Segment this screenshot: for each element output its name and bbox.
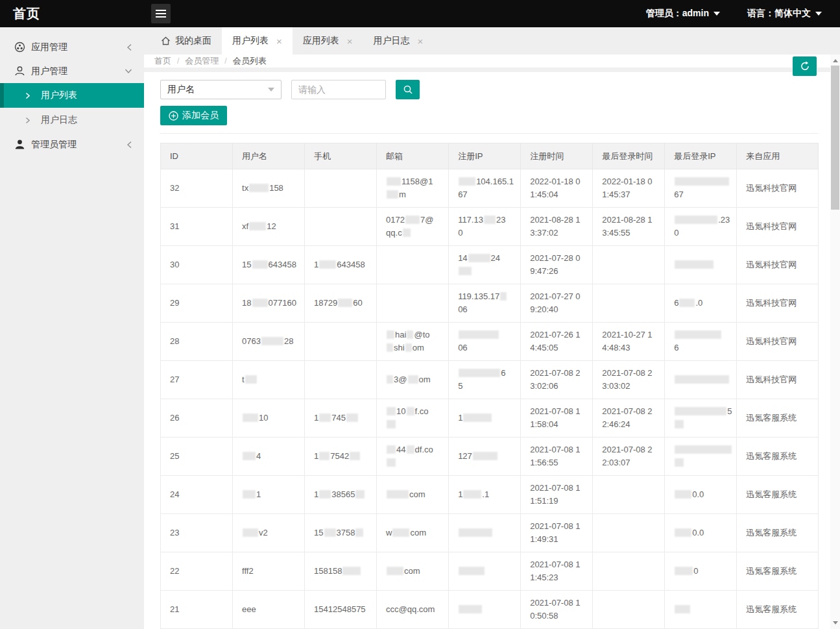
close-icon[interactable]: × bbox=[276, 36, 282, 46]
sidebar-item-admin-management[interactable]: 管理员管理 bbox=[0, 132, 144, 156]
table-row: 3015643458164345814242021-07-28 09:47:26… bbox=[161, 246, 819, 284]
cell: 2022-01-18 01:45:04 bbox=[521, 169, 593, 208]
table-row: 28076328hai@toshiom062021-07-26 14:45:05… bbox=[161, 323, 819, 361]
redacted-text bbox=[355, 490, 365, 499]
table-row: 2610174510f.co12021-07-08 11:58:042021-0… bbox=[161, 399, 819, 438]
cell: 44df.co bbox=[377, 438, 449, 476]
sidebar-item-user-log[interactable]: 用户日志 bbox=[0, 108, 144, 132]
tab-my-desktop[interactable]: 我的桌面 bbox=[150, 27, 222, 55]
cell: 迅氪客服系统 bbox=[737, 399, 819, 438]
redacted-text bbox=[403, 228, 411, 237]
triangle-up-icon bbox=[833, 59, 838, 62]
redacted-text bbox=[459, 267, 472, 275]
cell: 2021-08-28 13:37:02 bbox=[521, 208, 593, 246]
tab-user-list[interactable]: 用户列表 × bbox=[222, 27, 293, 55]
cell: xf12 bbox=[233, 208, 305, 246]
cell bbox=[593, 591, 665, 629]
redacted-text bbox=[249, 184, 269, 192]
cell: 迅氪客服系统 bbox=[737, 591, 819, 629]
breadcrumb-member-management[interactable]: 会员管理 bbox=[185, 55, 219, 67]
vertical-scrollbar[interactable] bbox=[830, 55, 840, 629]
redacted-text bbox=[338, 299, 352, 307]
sidebar-item-label: 用户管理 bbox=[31, 66, 67, 77]
cell: 076328 bbox=[233, 323, 305, 361]
tab-label: 应用列表 bbox=[303, 35, 339, 47]
redacted-text bbox=[459, 605, 482, 613]
search-input[interactable] bbox=[291, 80, 386, 99]
sidebar-item-app-management[interactable]: 应用管理 bbox=[0, 35, 144, 59]
redacted-text bbox=[405, 216, 420, 224]
sidebar-item-user-management[interactable]: 用户管理 bbox=[0, 59, 144, 83]
search-button[interactable] bbox=[396, 80, 420, 99]
language-dropdown[interactable]: 语言：简体中文 bbox=[747, 8, 822, 19]
arrow-right-icon bbox=[25, 92, 30, 99]
redacted-text bbox=[387, 330, 394, 339]
section-divider bbox=[144, 68, 830, 72]
cell: 21 bbox=[161, 591, 233, 629]
sidebar-item-label: 用户日志 bbox=[41, 114, 77, 126]
cell: 0 bbox=[665, 552, 737, 591]
column-header: 邮箱 bbox=[377, 143, 449, 169]
search-field-select[interactable]: 用户名 bbox=[160, 80, 282, 99]
home-icon bbox=[161, 36, 171, 45]
tab-label: 我的桌面 bbox=[175, 35, 211, 47]
table-row: 21eee15412548575ccc@qq.com2021-07-08 10:… bbox=[161, 591, 819, 629]
redacted-text bbox=[387, 343, 393, 352]
admin-dropdown[interactable]: 管理员：admin bbox=[646, 8, 720, 19]
cell: 2021-07-08 11:58:04 bbox=[521, 399, 593, 438]
cell: 迅氪科技官网 bbox=[737, 246, 819, 284]
scrollbar-thumb[interactable] bbox=[831, 66, 839, 210]
cell: 117.13230 bbox=[449, 208, 521, 246]
caret-down-icon bbox=[268, 88, 274, 92]
redacted-text bbox=[473, 452, 498, 460]
cell bbox=[449, 591, 521, 629]
cell: 27 bbox=[161, 361, 233, 399]
cell: 104.165.167 bbox=[449, 169, 521, 208]
redacted-text bbox=[459, 330, 499, 339]
table-row: 241138565com1.12021-07-08 11:51:190.0迅氪客… bbox=[161, 476, 819, 514]
redacted-text bbox=[675, 528, 691, 537]
add-member-button[interactable]: 添加会员 bbox=[160, 106, 227, 125]
redacted-text bbox=[459, 369, 500, 377]
cell: 1 bbox=[233, 476, 305, 514]
redacted-text bbox=[675, 458, 684, 467]
column-header: ID bbox=[161, 143, 233, 169]
redacted-text bbox=[387, 567, 403, 575]
cell: 迅氪客服系统 bbox=[737, 476, 819, 514]
chevron-left-icon bbox=[126, 43, 132, 51]
redacted-text bbox=[500, 292, 507, 301]
cell bbox=[305, 169, 377, 208]
tab-user-log[interactable]: 用户日志 × bbox=[363, 27, 434, 55]
cell: 1643458 bbox=[305, 246, 377, 284]
cell bbox=[593, 284, 665, 323]
redacted-text bbox=[387, 407, 396, 415]
redacted-text bbox=[243, 490, 256, 499]
cell: 5 bbox=[665, 399, 737, 438]
cell: 2021-07-27 09:20:40 bbox=[521, 284, 593, 323]
cell: ccc@qq.com bbox=[377, 591, 449, 629]
cell: 0.0 bbox=[665, 476, 737, 514]
cell: 0.0 bbox=[665, 514, 737, 552]
cell: eee bbox=[233, 591, 305, 629]
refresh-button[interactable] bbox=[793, 56, 817, 76]
menu-toggle-button[interactable] bbox=[151, 4, 171, 23]
cell bbox=[377, 284, 449, 323]
tab-app-list[interactable]: 应用列表 × bbox=[293, 27, 363, 55]
close-icon[interactable]: × bbox=[347, 36, 353, 46]
chevron-down-icon bbox=[125, 68, 132, 74]
scroll-down-arrow[interactable] bbox=[830, 618, 840, 628]
redacted-text bbox=[355, 528, 363, 537]
redacted-text bbox=[392, 528, 409, 537]
redacted-text bbox=[319, 413, 331, 422]
cell: 6.0 bbox=[665, 284, 737, 323]
scroll-up-arrow[interactable] bbox=[830, 56, 840, 66]
cell: 2021-07-08 11:49:31 bbox=[521, 514, 593, 552]
close-icon[interactable]: × bbox=[418, 36, 424, 46]
sidebar-item-user-list[interactable]: 用户列表 bbox=[0, 83, 144, 108]
cell: 1745 bbox=[305, 399, 377, 438]
breadcrumb-home[interactable]: 首页 bbox=[154, 55, 171, 67]
redacted-text bbox=[245, 375, 257, 384]
cell bbox=[593, 246, 665, 284]
table-row: 23v2153758wcom2021-07-08 11:49:310.0迅氪客服… bbox=[161, 514, 819, 552]
redacted-text bbox=[459, 567, 485, 575]
